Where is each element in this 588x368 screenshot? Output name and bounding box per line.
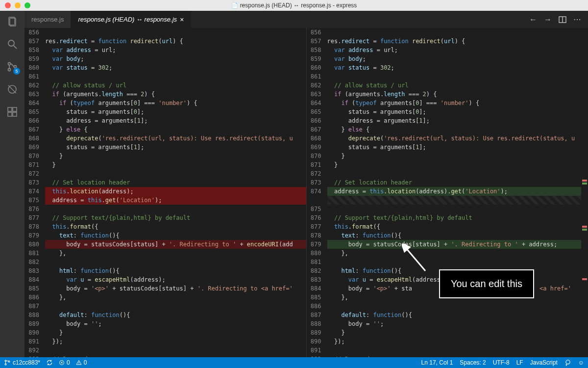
code-original: res.redirect = function redirect(url) { … <box>44 28 306 357</box>
close-window-button[interactable] <box>5 2 11 8</box>
encoding-status[interactable]: UTF-8 <box>493 359 510 366</box>
search-icon[interactable] <box>5 37 19 51</box>
titlebar: 📄 response.js (HEAD) ↔ response.js - exp… <box>0 0 588 11</box>
minimize-window-button[interactable] <box>15 2 21 8</box>
svg-line-3 <box>14 46 17 49</box>
diff-editor: 8568578588598608618628638648658668678688… <box>24 28 588 357</box>
warnings-status[interactable]: 0 <box>76 359 87 366</box>
close-tab-icon[interactable]: × <box>180 16 184 24</box>
line-gutter-right: 8568578588598608618628638648658668678688… <box>307 28 326 357</box>
scm-badge: 5 <box>13 68 20 75</box>
editor-area: response.js response.js (HEAD) ↔ respons… <box>24 11 588 357</box>
line-gutter-left: 8568578588598608618628638648658668678688… <box>24 28 44 357</box>
language-mode-status[interactable]: JavaScript <box>530 359 558 366</box>
explorer-icon[interactable] <box>5 15 19 28</box>
svg-rect-10 <box>13 107 17 111</box>
annotation-tooltip: You can edit this <box>439 269 534 298</box>
activity-bar: 5 <box>0 11 24 357</box>
window-title: response.js (HEAD) ↔ response.js - expre… <box>240 2 357 9</box>
svg-point-23 <box>78 364 79 364</box>
svg-rect-11 <box>8 112 12 116</box>
feedback-icon[interactable] <box>564 359 571 366</box>
maximize-window-button[interactable] <box>24 2 30 8</box>
overview-ruler[interactable] <box>581 28 588 357</box>
errors-status[interactable]: 0 <box>59 359 70 366</box>
cursor-position-status[interactable]: Ln 17, Col 1 <box>421 359 453 366</box>
diff-original-pane[interactable]: 8568578588598608618628638648658668678688… <box>24 28 307 357</box>
nav-forward-icon[interactable]: → <box>544 15 552 24</box>
diff-modified-pane[interactable]: 8568578588598608618628638648658668678688… <box>307 28 588 357</box>
svg-rect-12 <box>13 112 17 116</box>
tab-label: response.js (HEAD) ↔ response.js <box>78 16 177 23</box>
eol-status[interactable]: LF <box>516 359 523 366</box>
svg-point-5 <box>8 69 11 71</box>
tab-response-js[interactable]: response.js <box>24 11 71 28</box>
status-bar: c12cc883* 0 0 Ln 17, Col 1 Spaces: 2 UTF… <box>0 357 588 368</box>
svg-rect-9 <box>8 107 12 111</box>
window-controls <box>0 2 30 8</box>
tab-actions: ← → ⋯ <box>529 11 588 28</box>
git-branch-status[interactable]: c12cc883* <box>4 359 40 366</box>
tab-bar: response.js response.js (HEAD) ↔ respons… <box>24 11 588 28</box>
code-modified[interactable]: res.redirect = function redirect(url) { … <box>326 28 582 357</box>
source-control-icon[interactable]: 5 <box>5 60 19 74</box>
svg-point-2 <box>8 40 14 46</box>
svg-point-24 <box>566 360 570 364</box>
tab-label: response.js <box>31 16 64 23</box>
split-editor-icon[interactable] <box>559 16 566 24</box>
debug-icon[interactable] <box>5 82 19 96</box>
svg-point-4 <box>8 63 11 65</box>
svg-point-16 <box>5 360 6 362</box>
more-actions-icon[interactable]: ⋯ <box>573 15 581 24</box>
indentation-status[interactable]: Spaces: 2 <box>460 359 486 366</box>
tab-diff-response-js[interactable]: response.js (HEAD) ↔ response.js × <box>71 11 191 28</box>
nav-back-icon[interactable]: ← <box>529 15 537 24</box>
svg-point-17 <box>5 364 6 365</box>
file-icon: 📄 <box>231 2 238 9</box>
smiley-icon[interactable]: ☺ <box>578 359 584 366</box>
sync-status[interactable] <box>46 359 53 366</box>
extensions-icon[interactable] <box>5 105 19 119</box>
